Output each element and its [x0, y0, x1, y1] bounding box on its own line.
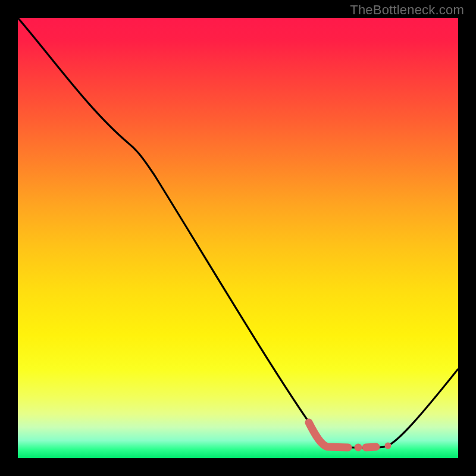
highlight-dot-2 [385, 443, 392, 449]
highlight-dot-1 [355, 444, 362, 452]
attribution-text: TheBottleneck.com [350, 2, 464, 18]
highlight-dash [366, 447, 376, 447]
chart-svg [18, 18, 458, 458]
plot-area [18, 18, 458, 458]
highlight-segment [309, 422, 348, 447]
main-curve [18, 18, 458, 448]
